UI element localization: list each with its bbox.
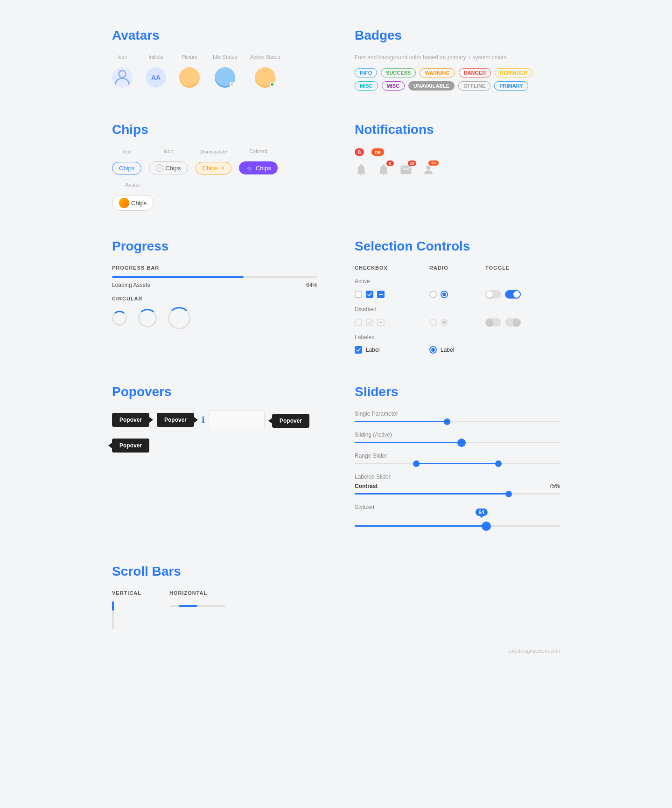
slider-labeled-fill — [355, 493, 509, 495]
avatar-label-initials: Initials — [148, 54, 163, 60]
chip-colored[interactable]: ◎ Chips — [239, 161, 278, 174]
progress-title: Progress — [112, 239, 317, 254]
notifications-title: Notifications — [355, 122, 560, 137]
badges-section: Badges Font and background color based o… — [355, 28, 560, 94]
chip-avatar[interactable]: Chips — [112, 195, 154, 211]
circular-row — [112, 307, 317, 329]
slider-active-track[interactable] — [355, 442, 560, 443]
scrollbars-title: Scroll Bars — [112, 564, 317, 579]
badges-row1: INFO SUCCESS WARNING DANGER REMINDER — [355, 68, 560, 77]
chips-section: Chips Text Chips Icon ○ Chips Dismi — [112, 122, 317, 211]
popover-button-1[interactable]: Popover — [112, 413, 149, 427]
chip-item-text: Text Chips — [112, 149, 141, 174]
chip-avatar-image — [119, 198, 129, 208]
progress-bar-fill — [112, 276, 244, 278]
slider-stylized-bubble: 64 — [475, 508, 487, 516]
radio-disabled-checked — [441, 319, 448, 326]
radio-checked[interactable] — [441, 291, 448, 298]
checkbox-disabled-unchecked — [355, 319, 362, 326]
sc-checkbox-labeled-row: Label — [355, 343, 429, 356]
toggle-disabled-off — [485, 318, 501, 327]
badge-warning: WARNING — [420, 68, 455, 77]
slider-single-track[interactable] — [355, 421, 560, 422]
radio-unchecked[interactable] — [429, 291, 437, 298]
slider-active-fill — [355, 442, 462, 443]
slider-single-label: Single Parameter — [355, 411, 398, 417]
scroll-vertical-track[interactable] — [112, 601, 114, 629]
chip-label-icon: Icon — [163, 148, 173, 154]
badges-title: Badges — [355, 28, 560, 43]
slider-range-thumb-right[interactable] — [495, 460, 502, 467]
checkbox-indeterminate[interactable] — [377, 291, 385, 298]
chip-dismissible[interactable]: Chips ✕ — [196, 162, 231, 174]
slider-labeled-thumb[interactable] — [505, 491, 512, 497]
checkbox-unchecked[interactable] — [355, 291, 362, 298]
toggle-on[interactable] — [505, 290, 521, 299]
avatar-icon — [112, 67, 133, 88]
notif-icon-bell-plain — [355, 163, 368, 176]
checkbox-disabled-indeterminate — [377, 319, 385, 326]
checkbox-label-text: Label — [366, 347, 379, 353]
sliders-title: Sliders — [355, 384, 560, 399]
popover-button-3[interactable]: Popover — [272, 414, 309, 428]
slider-stylized-track[interactable]: 64 — [355, 525, 560, 527]
avatar-label-icon: Icon — [118, 54, 127, 60]
sc-toggle-disabled-row — [485, 315, 532, 329]
toggle-disabled-thumb-2 — [513, 319, 520, 326]
checkbox-labeled[interactable] — [355, 346, 362, 354]
sc-checkbox-header: CHECKBOX — [355, 265, 429, 276]
badge-info: INFO — [355, 68, 377, 77]
slider-range-thumb-left[interactable] — [413, 460, 420, 467]
scrollbars-row: VERTICAL HORIZONTAL — [112, 590, 317, 629]
sc-labeled-label: Labeled — [355, 329, 532, 343]
progress-section: Progress PROGRESS BAR Loading Assets 64%… — [112, 239, 317, 356]
sc-toggle-active-row — [485, 287, 532, 301]
chip-label-dismissible: Dismissable — [199, 149, 227, 154]
slider-active: Sliding (Active) — [355, 432, 560, 443]
avatar-item-idle: Idle Status — [213, 54, 237, 88]
footer: coredesignsystem.com — [112, 648, 560, 654]
chip-dismiss-icon[interactable]: ✕ — [221, 166, 224, 171]
slider-single-thumb[interactable] — [444, 418, 450, 425]
toggle-disabled-thumb-1 — [486, 319, 493, 326]
chip-label-colored: Colored — [249, 148, 267, 154]
avatar-idle — [215, 67, 235, 88]
radio-labeled-dot — [431, 348, 435, 352]
svg-point-1 — [426, 166, 430, 170]
toggle-off[interactable] — [485, 290, 501, 299]
slider-range: Range Slider — [355, 453, 560, 464]
sc-radio-labeled-row: Label — [429, 343, 485, 356]
sc-radio-active-row — [429, 287, 485, 301]
slider-stylized-label-row: Stylized — [355, 504, 560, 510]
avatar-label-active: Active Status — [250, 54, 280, 60]
slider-range-track[interactable] — [355, 463, 560, 464]
avatar-item-icon: Icon — [112, 54, 133, 88]
slider-stylized-thumb[interactable]: 64 — [482, 522, 491, 531]
chip-item-icon: Icon ○ Chips — [149, 148, 188, 174]
disabled-indeterminate-bar — [379, 322, 383, 323]
sc-checkbox-active-row — [355, 287, 429, 301]
popover-info-box — [209, 411, 265, 429]
slider-active-thumb[interactable] — [457, 439, 466, 447]
active-dot — [270, 82, 274, 87]
checkbox-checked[interactable] — [366, 291, 373, 298]
popover-button-2[interactable]: Popover — [157, 413, 194, 427]
slider-stylized: Stylized 64 — [355, 504, 560, 527]
badge-success: SUCCESS — [381, 68, 416, 77]
chip-text[interactable]: Chips — [112, 162, 141, 174]
slider-labeled-label-row: Labeled Slider — [355, 474, 560, 480]
notif-icon-mail-10: 10 — [399, 163, 413, 176]
svg-point-0 — [119, 70, 126, 77]
chip-icon[interactable]: ○ Chips — [149, 161, 188, 174]
popover-button-4[interactable]: Popover — [112, 439, 149, 453]
avatars-row: Icon Initials AA Picture — [112, 54, 317, 88]
scroll-horizontal-track[interactable] — [169, 605, 225, 607]
slider-labeled-track[interactable] — [355, 493, 560, 495]
scroll-vertical-thumb — [112, 601, 114, 611]
scrollbars-section: Scroll Bars VERTICAL HORIZONTAL — [112, 564, 317, 629]
toggle-disabled-on — [505, 318, 521, 327]
notif-count-10: 10 — [408, 160, 416, 166]
radio-labeled[interactable] — [429, 346, 437, 354]
avatar-item-initials: Initials AA — [146, 54, 166, 88]
slider-range-fill — [416, 463, 498, 464]
